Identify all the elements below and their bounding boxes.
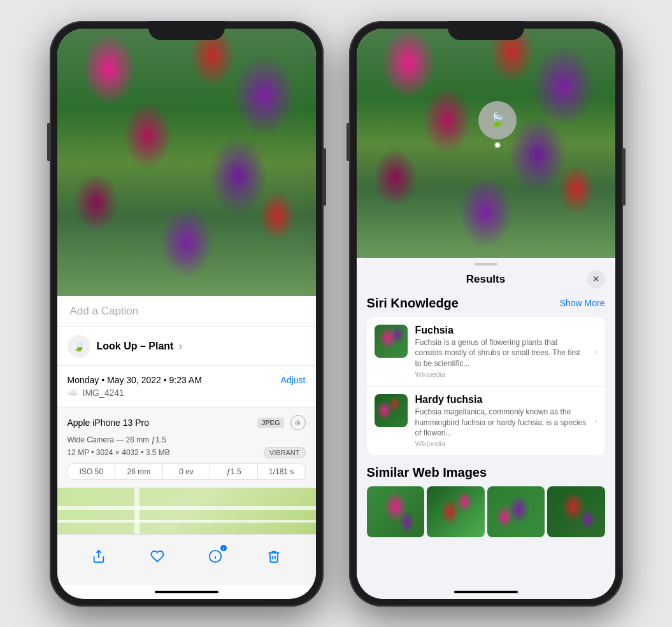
favorite-button[interactable] [143, 542, 171, 570]
map-section[interactable] [57, 488, 316, 534]
info-badge: i [220, 545, 227, 551]
photo-right[interactable]: 🍃 [357, 29, 615, 258]
photo-date: Monday • May 30, 2022 • 9:23 AM [68, 375, 202, 385]
notch [148, 21, 225, 40]
drag-handle[interactable] [357, 258, 615, 268]
fuchsia-name: Fuchsia [415, 325, 587, 336]
filename-row: ☁️ IMG_4241 [68, 388, 306, 398]
cloud-icon: ☁️ [68, 388, 78, 397]
lookup-text: Look Up – Plant › [97, 341, 183, 352]
knowledge-item-fuchsia[interactable]: Fuchsia Fuchsia is a genus of flowering … [367, 317, 605, 386]
left-phone: Add a Caption 🍃 Look Up – Plant › Monday… [50, 21, 324, 607]
caption-placeholder[interactable]: Add a Caption [70, 305, 139, 317]
similar-images-grid [367, 486, 605, 537]
photo-left[interactable] [57, 29, 316, 296]
siri-knowledge-title: Siri Knowledge [367, 296, 459, 311]
similar-web-images-section: Similar Web Images [367, 465, 605, 537]
info-button[interactable]: i [201, 542, 229, 570]
home-indicator [57, 585, 316, 599]
delete-button[interactable] [260, 542, 288, 570]
lookup-section[interactable]: 🍃 Look Up – Plant › [57, 327, 316, 366]
hardy-description: Fuchsia magellanica, commonly known as t… [415, 407, 587, 439]
show-more-button[interactable]: Show More [560, 298, 605, 308]
camera-section: Apple iPhone 13 Pro JPEG ◎ Wide Camera —… [57, 407, 316, 488]
spec-shutter: 1/181 s [258, 464, 305, 479]
fuchsia-thumbnail [375, 325, 408, 358]
filename: IMG_4241 [83, 388, 124, 398]
lookup-chevron: › [179, 341, 182, 351]
camera-name: Apple iPhone 13 Pro [68, 418, 149, 428]
spec-iso: ISO 50 [68, 464, 116, 479]
results-panel: Results ✕ Siri Knowledge Show More [357, 258, 615, 599]
hardy-thumbnail [375, 394, 408, 427]
hardy-chevron-icon: › [594, 416, 597, 426]
fuchsia-chevron-icon: › [594, 346, 597, 356]
fuchsia-content: Fuchsia Fuchsia is a genus of flowering … [415, 325, 587, 378]
visual-dot [496, 143, 499, 147]
right-phone: 🍃 Results ✕ Siri Knowledge [349, 21, 623, 607]
knowledge-card: Fuchsia Fuchsia is a genus of flowering … [367, 317, 605, 456]
share-button[interactable] [85, 542, 113, 570]
notch-right [448, 21, 524, 40]
camera-settings-icon[interactable]: ◎ [290, 415, 306, 430]
spec-aperture: ƒ1.5 [210, 464, 258, 479]
photo-info-section: Monday • May 30, 2022 • 9:23 AM Adjust ☁… [57, 366, 316, 407]
similar-image-4[interactable] [547, 486, 605, 537]
results-header: Results ✕ [357, 268, 615, 296]
bottom-toolbar: i [57, 534, 316, 585]
results-body: Siri Knowledge Show More Fuchsia Fuchsia… [357, 296, 615, 585]
fuchsia-source: Wikipedia [415, 370, 587, 378]
camera-mp: 12 MP • 3024 × 4032 • 3.5 MB [68, 448, 170, 457]
similar-image-1[interactable] [367, 486, 425, 537]
hardy-content: Hardy fuchsia Fuchsia magellanica, commo… [415, 394, 587, 447]
similar-image-3[interactable] [487, 486, 545, 537]
spec-ev: 0 ev [163, 464, 211, 479]
wide-camera-details: Wide Camera — 26 mm ƒ1.5 [68, 435, 306, 444]
visual-search-icon: 🍃 [68, 335, 90, 358]
vibrant-badge: VIBRANT [264, 447, 306, 458]
visual-search-overlay[interactable]: 🍃 [478, 101, 517, 139]
lookup-label-bold: Look Up – [97, 341, 146, 351]
results-title: Results [385, 273, 587, 286]
caption-area[interactable]: Add a Caption [57, 296, 316, 327]
spec-focal: 26 mm [115, 464, 163, 479]
hardy-source: Wikipedia [415, 440, 587, 447]
similar-image-2[interactable] [427, 486, 485, 537]
siri-section-header: Siri Knowledge Show More [367, 296, 605, 311]
home-indicator-right [357, 585, 615, 599]
jpeg-badge: JPEG [257, 418, 283, 428]
adjust-button[interactable]: Adjust [281, 375, 306, 385]
knowledge-item-hardy[interactable]: Hardy fuchsia Fuchsia magellanica, commo… [367, 386, 605, 455]
fuchsia-description: Fuchsia is a genus of flowering plants t… [415, 337, 587, 369]
camera-specs: ISO 50 26 mm 0 ev ƒ1.5 1/181 s [68, 463, 306, 480]
similar-web-title: Similar Web Images [367, 465, 605, 480]
hardy-name: Hardy fuchsia [415, 394, 587, 405]
handle-bar [475, 263, 497, 265]
lookup-label-normal: Plant [148, 341, 173, 351]
close-button[interactable]: ✕ [587, 271, 605, 288]
